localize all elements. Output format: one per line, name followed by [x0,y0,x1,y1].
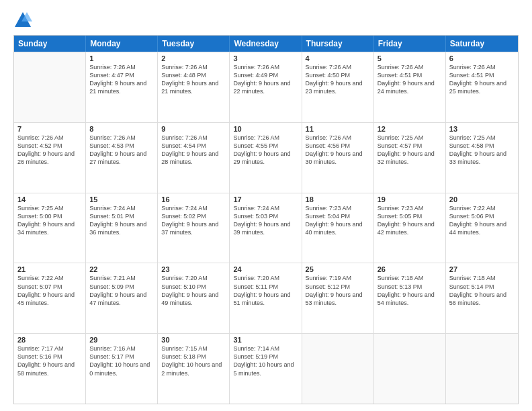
day-number: 25 [306,265,370,273]
day-number: 13 [449,125,515,133]
calendar-week-2: 7Sunrise: 7:26 AMSunset: 4:52 PMDaylight… [14,122,518,193]
day-number: 27 [449,265,515,273]
day-number: 6 [449,54,515,62]
table-row: 24Sunrise: 7:20 AMSunset: 5:11 PMDayligh… [230,263,302,333]
day-info: Sunrise: 7:22 AMSunset: 5:06 PMDaylight:… [449,204,515,237]
table-row: 14Sunrise: 7:25 AMSunset: 5:00 PMDayligh… [14,193,86,263]
table-row: 31Sunrise: 7:14 AMSunset: 5:19 PMDayligh… [230,334,302,404]
day-number: 5 [378,54,442,62]
day-number: 4 [306,54,370,62]
day-number: 21 [17,265,82,273]
table-row: 6Sunrise: 7:26 AMSunset: 4:51 PMDaylight… [446,52,518,122]
day-number: 7 [17,125,82,133]
day-info: Sunrise: 7:18 AMSunset: 5:13 PMDaylight:… [378,274,442,307]
day-number: 23 [161,265,226,273]
day-number: 30 [161,336,226,344]
table-row: 17Sunrise: 7:24 AMSunset: 5:03 PMDayligh… [230,193,302,263]
calendar-week-3: 14Sunrise: 7:25 AMSunset: 5:00 PMDayligh… [14,193,518,263]
day-number: 26 [378,265,442,273]
table-row: 1Sunrise: 7:26 AMSunset: 4:47 PMDaylight… [86,52,158,122]
logo-icon [13,11,32,30]
calendar-header: SundayMondayTuesdayWednesdayThursdayFrid… [14,36,518,52]
table-row [14,52,86,122]
day-info: Sunrise: 7:25 AMSunset: 5:00 PMDaylight:… [17,204,82,237]
day-number: 10 [233,125,298,133]
day-number: 15 [89,195,154,203]
table-row: 19Sunrise: 7:23 AMSunset: 5:05 PMDayligh… [374,193,446,263]
header-day-friday: Friday [374,36,446,52]
table-row: 20Sunrise: 7:22 AMSunset: 5:06 PMDayligh… [446,193,518,263]
day-info: Sunrise: 7:26 AMSunset: 4:52 PMDaylight:… [17,134,82,167]
day-number: 22 [89,265,154,273]
table-row: 12Sunrise: 7:25 AMSunset: 4:57 PMDayligh… [374,123,446,193]
table-row: 23Sunrise: 7:20 AMSunset: 5:10 PMDayligh… [158,263,230,333]
calendar-week-1: 1Sunrise: 7:26 AMSunset: 4:47 PMDaylight… [14,52,518,122]
logo [13,11,35,30]
day-number: 3 [233,54,298,62]
day-info: Sunrise: 7:26 AMSunset: 4:51 PMDaylight:… [378,63,442,96]
day-number: 16 [161,195,226,203]
day-info: Sunrise: 7:26 AMSunset: 4:48 PMDaylight:… [161,63,226,96]
day-info: Sunrise: 7:24 AMSunset: 5:03 PMDaylight:… [233,204,298,237]
table-row: 3Sunrise: 7:26 AMSunset: 4:49 PMDaylight… [230,52,302,122]
day-number: 19 [378,195,442,203]
header-day-thursday: Thursday [302,36,374,52]
table-row: 29Sunrise: 7:16 AMSunset: 5:17 PMDayligh… [86,334,158,404]
calendar-week-4: 21Sunrise: 7:22 AMSunset: 5:07 PMDayligh… [14,263,518,333]
day-info: Sunrise: 7:22 AMSunset: 5:07 PMDaylight:… [17,274,82,307]
table-row: 13Sunrise: 7:25 AMSunset: 4:58 PMDayligh… [446,123,518,193]
day-info: Sunrise: 7:26 AMSunset: 4:50 PMDaylight:… [306,63,370,96]
page: SundayMondayTuesdayWednesdayThursdayFrid… [0,0,532,411]
day-info: Sunrise: 7:26 AMSunset: 4:55 PMDaylight:… [233,134,298,167]
table-row: 16Sunrise: 7:24 AMSunset: 5:02 PMDayligh… [158,193,230,263]
table-row: 25Sunrise: 7:19 AMSunset: 5:12 PMDayligh… [302,263,374,333]
table-row: 4Sunrise: 7:26 AMSunset: 4:50 PMDaylight… [302,52,374,122]
table-row [374,334,446,404]
table-row: 21Sunrise: 7:22 AMSunset: 5:07 PMDayligh… [14,263,86,333]
table-row: 30Sunrise: 7:15 AMSunset: 5:18 PMDayligh… [158,334,230,404]
day-info: Sunrise: 7:20 AMSunset: 5:10 PMDaylight:… [161,274,226,307]
day-info: Sunrise: 7:16 AMSunset: 5:17 PMDaylight:… [89,345,154,377]
day-number: 28 [17,336,82,344]
header-day-saturday: Saturday [446,36,518,52]
table-row: 5Sunrise: 7:26 AMSunset: 4:51 PMDaylight… [374,52,446,122]
table-row [302,334,374,404]
table-row: 18Sunrise: 7:23 AMSunset: 5:04 PMDayligh… [302,193,374,263]
header-day-sunday: Sunday [14,36,86,52]
header-day-wednesday: Wednesday [230,36,302,52]
table-row [446,334,518,404]
table-row: 11Sunrise: 7:26 AMSunset: 4:56 PMDayligh… [302,123,374,193]
table-row: 9Sunrise: 7:26 AMSunset: 4:54 PMDaylight… [158,123,230,193]
day-info: Sunrise: 7:14 AMSunset: 5:19 PMDaylight:… [233,345,298,377]
day-info: Sunrise: 7:26 AMSunset: 4:56 PMDaylight:… [306,134,370,167]
day-number: 14 [17,195,82,203]
day-info: Sunrise: 7:19 AMSunset: 5:12 PMDaylight:… [306,274,370,307]
day-info: Sunrise: 7:26 AMSunset: 4:51 PMDaylight:… [449,63,515,96]
table-row: 27Sunrise: 7:18 AMSunset: 5:14 PMDayligh… [446,263,518,333]
table-row: 15Sunrise: 7:24 AMSunset: 5:01 PMDayligh… [86,193,158,263]
day-info: Sunrise: 7:24 AMSunset: 5:01 PMDaylight:… [89,204,154,237]
day-number: 11 [306,125,370,133]
day-info: Sunrise: 7:21 AMSunset: 5:09 PMDaylight:… [89,274,154,307]
day-info: Sunrise: 7:26 AMSunset: 4:53 PMDaylight:… [89,134,154,167]
day-info: Sunrise: 7:17 AMSunset: 5:16 PMDaylight:… [17,345,82,377]
day-info: Sunrise: 7:25 AMSunset: 4:58 PMDaylight:… [449,134,515,167]
day-info: Sunrise: 7:18 AMSunset: 5:14 PMDaylight:… [449,274,515,307]
day-info: Sunrise: 7:26 AMSunset: 4:49 PMDaylight:… [233,63,298,96]
day-number: 29 [89,336,154,344]
day-number: 9 [161,125,226,133]
day-number: 8 [89,125,154,133]
day-info: Sunrise: 7:24 AMSunset: 5:02 PMDaylight:… [161,204,226,237]
day-number: 18 [306,195,370,203]
calendar-body: 1Sunrise: 7:26 AMSunset: 4:47 PMDaylight… [14,52,518,404]
day-info: Sunrise: 7:26 AMSunset: 4:47 PMDaylight:… [89,63,154,96]
day-number: 2 [161,54,226,62]
table-row: 8Sunrise: 7:26 AMSunset: 4:53 PMDaylight… [86,123,158,193]
day-number: 12 [378,125,442,133]
day-info: Sunrise: 7:23 AMSunset: 5:04 PMDaylight:… [306,204,370,237]
day-number: 17 [233,195,298,203]
table-row: 10Sunrise: 7:26 AMSunset: 4:55 PMDayligh… [230,123,302,193]
header [13,11,519,30]
table-row: 28Sunrise: 7:17 AMSunset: 5:16 PMDayligh… [14,334,86,404]
calendar-week-5: 28Sunrise: 7:17 AMSunset: 5:16 PMDayligh… [14,333,518,404]
